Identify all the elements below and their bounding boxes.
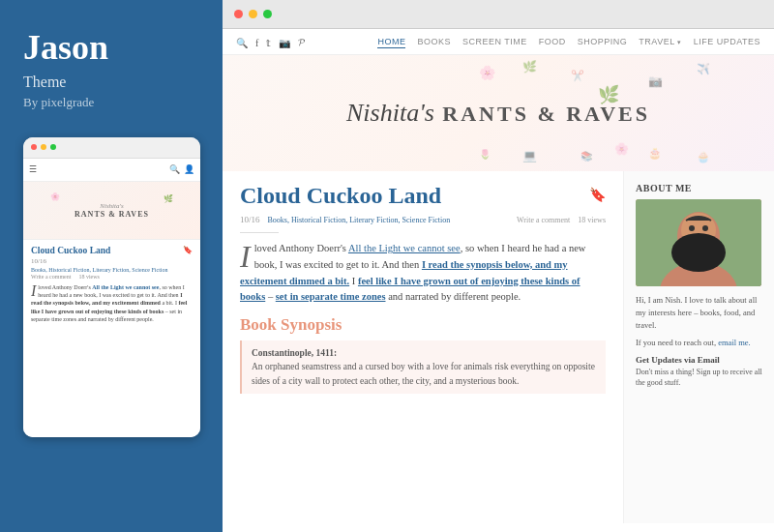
article-synopsis-title: Book Synopsis bbox=[240, 315, 606, 335]
article-drop-cap: I bbox=[240, 241, 251, 272]
mobile-search-icon: 🔍 bbox=[169, 164, 180, 174]
nav-travel[interactable]: TRAVEL bbox=[639, 37, 681, 48]
email-link[interactable]: email me. bbox=[718, 338, 751, 347]
article-quote-title: Constantinople, 1411: bbox=[252, 348, 337, 358]
mobile-preview: ☰ 🔍 👤 Nishita's RANTS & RAVES 🌸 🌿 Cloud … bbox=[23, 137, 200, 437]
mobile-search-area: 🔍 👤 bbox=[169, 164, 194, 174]
site-nav: HOME BOOKS SCREEN TIME FOOD SHOPPING TRA… bbox=[377, 37, 760, 48]
browser-dot-yellow bbox=[249, 10, 257, 18]
mobile-bold1: I read the synopsis below, and my excite… bbox=[31, 292, 182, 306]
mobile-views: 18 views bbox=[78, 274, 100, 280]
article-text-1: loved Anthony Doerr's bbox=[254, 243, 348, 253]
mobile-bookmark-icon: 🔖 bbox=[183, 246, 193, 254]
nav-life-updates[interactable]: LIFE UPDATES bbox=[694, 37, 760, 48]
floral-deco-3: ✂️ bbox=[571, 70, 584, 82]
left-sidebar: Jason Theme By pixelgrade ☰ 🔍 👤 Nishita'… bbox=[0, 0, 223, 532]
mobile-post-title: Cloud Cuckoo Land bbox=[31, 246, 110, 255]
floral-deco-7: 💻 bbox=[522, 149, 537, 163]
browser-dot-red bbox=[234, 10, 243, 18]
twitter-icon[interactable]: 𝕥 bbox=[266, 38, 271, 48]
get-updates-title: Get Updates via Email bbox=[636, 355, 762, 365]
social-icons-bar: 🔍 f 𝕥 📷 𝓟 bbox=[236, 37, 305, 48]
mobile-topbar: ☰ 🔍 👤 bbox=[23, 159, 200, 182]
nav-home[interactable]: HOME bbox=[377, 37, 405, 48]
about-link-text: If you need to reach out, email me. bbox=[636, 337, 762, 349]
blog-rants-raves: RANTS & RAVES bbox=[434, 102, 650, 126]
nav-food[interactable]: FOOD bbox=[539, 37, 566, 48]
article-meta-row: 10/16 Books, Historical Fiction, Literar… bbox=[240, 215, 606, 224]
blog-name-italic: Nishita's RANTS & RAVES bbox=[346, 99, 650, 128]
article-quote-text: An orphaned seamstress and a cursed boy … bbox=[252, 362, 595, 385]
mobile-profile-icon: 👤 bbox=[184, 164, 194, 174]
article-bookmark-icon: 🔖 bbox=[589, 187, 606, 203]
mobile-post-meta: Write a comment 18 views bbox=[31, 274, 193, 280]
floral-deco-2: 🌿 bbox=[522, 60, 537, 74]
mobile-dot-yellow bbox=[41, 144, 46, 150]
article-title-row: Cloud Cuckoo Land 🔖 bbox=[240, 183, 606, 209]
svg-point-4 bbox=[689, 225, 695, 231]
article-text-4: – bbox=[265, 291, 276, 302]
right-sidebar: About me Hi, I am Nish. bbox=[624, 171, 774, 523]
mobile-post-tags: Books, Historical Fiction, Literary Fict… bbox=[31, 267, 193, 273]
nav-screen-time[interactable]: SCREEN TIME bbox=[462, 37, 527, 48]
mobile-content: Nishita's RANTS & RAVES 🌸 🌿 Cloud Cuckoo… bbox=[23, 182, 200, 437]
about-static-text: If you need to reach out, bbox=[636, 338, 718, 347]
floral-deco-12: 🌸 bbox=[614, 142, 629, 157]
article-text-3: I bbox=[349, 276, 358, 286]
updates-text: Don't miss a thing! Sign up to receive a… bbox=[636, 367, 762, 388]
site-topbar: 🔍 f 𝕥 📷 𝓟 HOME BOOKS SCREEN TIME FOOD SH… bbox=[223, 29, 774, 55]
theme-credit: By pixelgrade bbox=[23, 95, 199, 110]
instagram-icon[interactable]: 📷 bbox=[279, 38, 290, 48]
mobile-dot-red bbox=[31, 144, 37, 150]
mobile-link1: All the Light we cannot see bbox=[92, 284, 159, 290]
article-title-text: Cloud Cuckoo Land bbox=[240, 183, 441, 209]
mobile-drop-cap: I bbox=[31, 283, 36, 299]
website: 🔍 f 𝕥 📷 𝓟 HOME BOOKS SCREEN TIME FOOD SH… bbox=[223, 29, 774, 532]
floral-deco-10: 🧁 bbox=[697, 151, 710, 163]
main-browser: 🔍 f 𝕥 📷 𝓟 HOME BOOKS SCREEN TIME FOOD SH… bbox=[223, 0, 774, 532]
blog-title-container: Nishita's RANTS & RAVES bbox=[346, 99, 650, 128]
nav-shopping[interactable]: SHOPPING bbox=[578, 37, 628, 48]
article-tags[interactable]: Books, Historical Fiction, Literary Fict… bbox=[268, 216, 451, 224]
blog-nishitas: Nishita's bbox=[346, 99, 434, 127]
mobile-write-comment[interactable]: Write a comment bbox=[31, 274, 71, 280]
svg-point-6 bbox=[671, 233, 726, 272]
floral-deco-6: 🌷 bbox=[479, 149, 491, 160]
floral-deco-5: ✈️ bbox=[697, 63, 710, 75]
mobile-post-date: 10/16 bbox=[31, 257, 193, 265]
mobile-menu-icon: ☰ bbox=[29, 164, 37, 174]
floral-deco-9: 🎂 bbox=[648, 147, 662, 160]
blog-header: 🌸 🌿 ✂️ 📷 ✈️ 🌷 💻 📚 🎂 🧁 🌿 🌸 Nishita's RANT… bbox=[223, 55, 774, 171]
article-link-1[interactable]: All the Light we cannot see bbox=[348, 243, 461, 253]
svg-point-5 bbox=[702, 225, 708, 231]
mobile-post-area: Cloud Cuckoo Land 🔖 10/16 Books, Histori… bbox=[23, 240, 200, 330]
theme-subtitle: Theme bbox=[23, 74, 199, 91]
nav-books[interactable]: BOOKS bbox=[417, 37, 451, 48]
facebook-icon[interactable]: f bbox=[255, 38, 258, 48]
browser-chrome bbox=[223, 0, 774, 29]
article-quote-block: Constantinople, 1411: An orphaned seamst… bbox=[240, 340, 606, 394]
avatar-svg bbox=[636, 199, 761, 286]
main-article: Cloud Cuckoo Land 🔖 10/16 Books, Histori… bbox=[223, 171, 624, 523]
theme-title: Jason bbox=[23, 29, 199, 68]
mobile-post-text: I loved Anthony Doerr's All the Light we… bbox=[31, 283, 193, 324]
article-views: 18 views bbox=[578, 216, 606, 224]
article-write-comment[interactable]: Write a comment bbox=[517, 216, 570, 224]
pinterest-icon[interactable]: 𝓟 bbox=[298, 37, 305, 48]
mobile-blog-header: Nishita's RANTS & RAVES 🌸 🌿 bbox=[23, 182, 200, 240]
mobile-dot-green bbox=[50, 144, 56, 150]
author-avatar bbox=[636, 199, 761, 286]
browser-dot-green bbox=[263, 10, 272, 18]
floral-deco-8: 📚 bbox=[580, 151, 592, 162]
article-bold-link-3[interactable]: set in separate time zones bbox=[276, 291, 386, 302]
about-text: Hi, I am Nish. I love to talk about all … bbox=[636, 294, 762, 331]
article-text-5: and narrated by different people. bbox=[386, 291, 521, 302]
article-divider bbox=[240, 232, 279, 233]
article-date: 10/16 bbox=[240, 215, 260, 224]
floral-deco-1: 🌸 bbox=[479, 65, 495, 81]
about-section-title: About me bbox=[636, 183, 762, 193]
article-body-text: I loved Anthony Doerr's All the Light we… bbox=[240, 241, 606, 306]
content-area: Cloud Cuckoo Land 🔖 10/16 Books, Histori… bbox=[223, 171, 774, 523]
mobile-browser-bar bbox=[23, 137, 200, 159]
search-icon[interactable]: 🔍 bbox=[236, 38, 248, 48]
